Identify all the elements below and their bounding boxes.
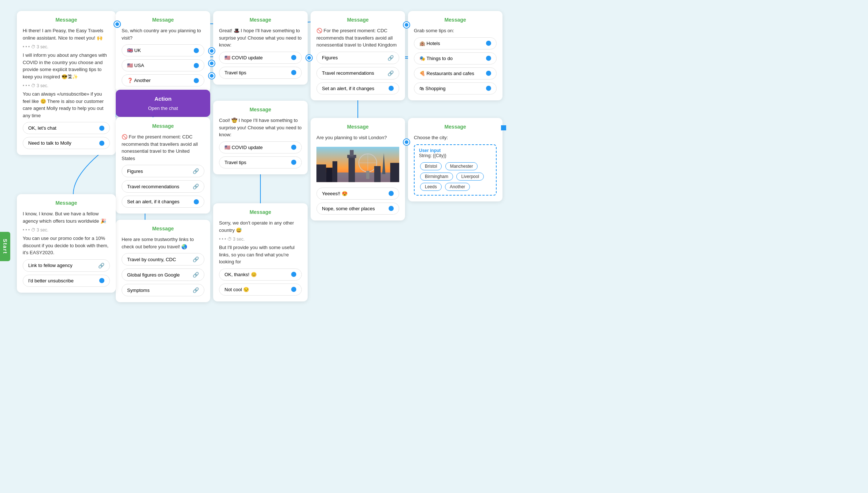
- chip-another[interactable]: Another: [445, 183, 470, 191]
- link-icon: 🔗: [387, 70, 394, 76]
- btn-travel-tips-2[interactable]: Travel tips: [219, 156, 302, 168]
- btn-hotels[interactable]: 🏨 Hotels: [414, 37, 497, 49]
- btn-link-fellow[interactable]: Link to fellow agency 🔗: [23, 259, 110, 272]
- dots-time-1b: • • • ⏱ 3 sec.: [23, 83, 110, 88]
- card-title-8: Message: [316, 17, 399, 23]
- card-body-9: Are you planning to visit London?: [316, 134, 399, 141]
- message-card-11: Message Choose the city: User input Stri…: [408, 118, 502, 201]
- card-body-4: Here are some trustworthy links to check…: [122, 236, 204, 250]
- btn-dot: [291, 55, 296, 60]
- btn-dot: [291, 272, 296, 277]
- card-body-7a: Sorry, we don't operate in any other cou…: [219, 219, 302, 234]
- btn-dot: [291, 160, 296, 165]
- card-body-8: 🚫 For the present moment: CDC recommends…: [316, 27, 399, 49]
- link-icon: 🔗: [193, 168, 199, 174]
- card-body-1b: I will inform you about any changes with…: [23, 52, 110, 80]
- card-title-lower: Message: [23, 200, 110, 206]
- card-body-2: So, which country are you planning to vi…: [122, 27, 204, 41]
- btn-restaurants[interactable]: 🍕 Restaurants and cafes: [414, 67, 497, 79]
- btn-alert-usa[interactable]: Set an alert, if it changes: [122, 196, 204, 208]
- card-title-11: Message: [414, 124, 497, 130]
- message-card-1: Message Hi there! I am Peasy, the Easy T…: [17, 11, 116, 155]
- btn-dot: [486, 71, 491, 76]
- btn-dot: [194, 199, 199, 204]
- btn-not-cool[interactable]: Not cool 😒: [219, 283, 302, 296]
- start-label: Start: [0, 232, 10, 261]
- btn-unsubscribe[interactable]: I'd better unsubscribe: [23, 275, 110, 287]
- link-icon: 🔗: [193, 184, 199, 189]
- action-body: Open the chat: [122, 105, 204, 111]
- card-body-6: Cool! 🤠 I hope I'll have something to su…: [219, 117, 302, 138]
- svg-rect-5: [349, 156, 355, 182]
- btn-travel-tips-1[interactable]: Travel tips: [219, 67, 302, 79]
- btn-another[interactable]: ❓ Another: [122, 74, 204, 86]
- card-body-10: Grab some tips on:: [414, 27, 497, 34]
- btn-dot: [486, 41, 491, 46]
- svg-rect-3: [326, 167, 333, 182]
- chip-leeds[interactable]: Leeds: [420, 183, 442, 191]
- message-card-10: Message Grab some tips on: 🏨 Hotels 🎭 Th…: [408, 11, 502, 100]
- btn-ok-lets-chat[interactable]: OK, let's chat: [23, 122, 110, 134]
- btn-covid-update-2[interactable]: 🇺🇸 COVID update: [219, 141, 302, 153]
- user-input-box: User input String: {{City}} Bristol Manc…: [414, 144, 497, 196]
- btn-shopping[interactable]: 🛍 Shopping: [414, 82, 497, 94]
- btn-dot: [99, 126, 104, 131]
- btn-usa[interactable]: 🇺🇸 USA: [122, 59, 204, 71]
- london-image: [316, 144, 399, 185]
- btn-dot: [389, 86, 394, 91]
- btn-dot: [291, 287, 296, 292]
- node-card2-right-another: [209, 73, 215, 79]
- btn-covid-update-1[interactable]: 🇺🇸 COVID update: [219, 52, 302, 64]
- card-body-11: Choose the city:: [414, 134, 497, 141]
- card-body-5: Great! 🎩 I hope I'll have something to s…: [219, 27, 302, 49]
- node-card8-right: [404, 22, 409, 28]
- btn-nope-other[interactable]: Nope, some other places: [316, 203, 399, 215]
- btn-alert-uk[interactable]: Set an alert, if it changes: [316, 82, 399, 94]
- link-icon: 🔗: [193, 287, 199, 293]
- chip-bristol[interactable]: Bristol: [420, 162, 442, 170]
- btn-dot: [99, 278, 104, 283]
- city-chips: Bristol Manchester Birmingham Liverpool …: [419, 161, 492, 192]
- btn-figures-usa[interactable]: Figures 🔗: [122, 165, 204, 177]
- chip-manchester[interactable]: Manchester: [445, 162, 478, 170]
- card-title-6: Message: [219, 107, 302, 112]
- link-icon: 🔗: [193, 256, 199, 262]
- user-input-label: User input: [419, 148, 492, 153]
- link-icon: 🔗: [193, 272, 199, 278]
- message-card-8: Message 🚫 For the present moment: CDC re…: [311, 11, 405, 100]
- btn-need-to-talk-molly[interactable]: Need to talk to Molly: [23, 137, 110, 149]
- action-title: Action: [122, 96, 204, 102]
- chip-liverpool[interactable]: Liverpool: [456, 173, 484, 181]
- card-body-3: 🚫 For the present moment: CDC recommends…: [122, 133, 204, 162]
- btn-ok-thanks[interactable]: OK, thanks! 😊: [219, 268, 302, 281]
- chip-birmingham[interactable]: Birmingham: [420, 173, 453, 181]
- node-card2-right-usa: [209, 60, 215, 66]
- svg-rect-2: [316, 164, 326, 182]
- btn-things-to-do[interactable]: 🎭 Things to do: [414, 52, 497, 64]
- btn-dot: [389, 191, 394, 196]
- btn-figures-uk[interactable]: Figures 🔗: [316, 52, 399, 64]
- message-card-6: Message Cool! 🤠 I hope I'll have somethi…: [213, 101, 308, 174]
- btn-dot: [291, 70, 296, 75]
- action-card: Action Open the chat: [116, 90, 210, 117]
- btn-travel-cdc[interactable]: Travel by country, CDC 🔗: [122, 253, 204, 266]
- btn-dot: [194, 63, 199, 68]
- card-title-4: Message: [122, 226, 204, 231]
- btn-travel-rec-uk[interactable]: Travel recommendations 🔗: [316, 67, 399, 79]
- message-card-7: Message Sorry, we don't operate in any o…: [213, 203, 308, 301]
- btn-uk[interactable]: 🇬🇧 UK: [122, 44, 204, 56]
- btn-dot: [486, 86, 491, 91]
- btn-dot: [486, 56, 491, 61]
- card-body-lower-b: You can use our promo code for a 10% dis…: [23, 235, 110, 256]
- btn-dot: [99, 141, 104, 146]
- message-card-9: Message Are you planning to visit London…: [311, 118, 405, 220]
- btn-travel-rec-usa[interactable]: Travel recommendations 🔗: [122, 180, 204, 193]
- card-title-3: Message: [122, 123, 204, 129]
- btn-global-figures[interactable]: Global figures on Google 🔗: [122, 268, 204, 281]
- btn-symptoms[interactable]: Symptoms 🔗: [122, 284, 204, 296]
- svg-rect-4: [333, 161, 337, 182]
- dots-time-7: • • • ⏱ 3 sec.: [219, 237, 302, 242]
- btn-yes-london[interactable]: Yeeees!! 😍: [316, 188, 399, 200]
- btn-dot: [291, 145, 296, 150]
- card-body-lower-a: I know, I know. But we have a fellow age…: [23, 210, 110, 225]
